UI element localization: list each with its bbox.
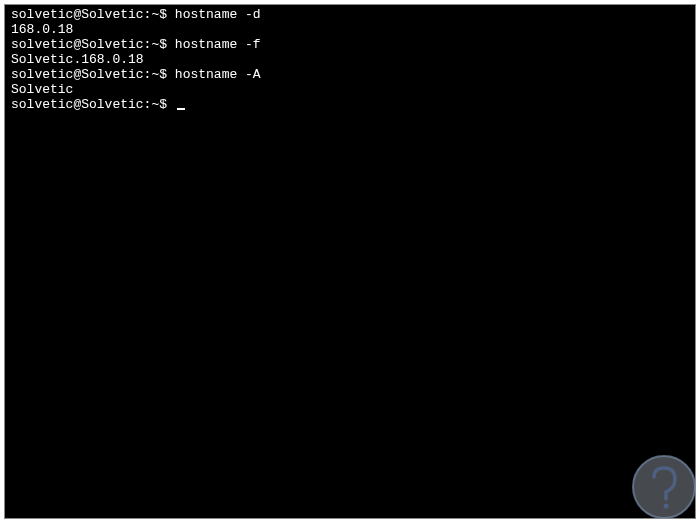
shell-prompt: solvetic@Solvetic:~$ [11, 67, 175, 82]
terminal-output: 168.0.18 [11, 22, 689, 37]
terminal-output: Solvetic [11, 82, 689, 97]
terminal-line: solvetic@Solvetic:~$ hostname -d [11, 7, 689, 22]
shell-command: hostname -f [175, 37, 261, 52]
shell-prompt: solvetic@Solvetic:~$ [11, 7, 175, 22]
shell-prompt: solvetic@Solvetic:~$ [11, 37, 175, 52]
shell-prompt: solvetic@Solvetic:~$ [11, 97, 175, 112]
terminal-output: Solvetic.168.0.18 [11, 52, 689, 67]
terminal-line: solvetic@Solvetic:~$ hostname -f [11, 37, 689, 52]
terminal-line: solvetic@Solvetic:~$ hostname -A [11, 67, 689, 82]
shell-command: hostname -d [175, 7, 261, 22]
terminal-line: solvetic@Solvetic:~$ [11, 97, 689, 112]
shell-command: hostname -A [175, 67, 261, 82]
terminal-window[interactable]: solvetic@Solvetic:~$ hostname -d 168.0.1… [4, 4, 696, 519]
cursor-icon [177, 108, 185, 110]
